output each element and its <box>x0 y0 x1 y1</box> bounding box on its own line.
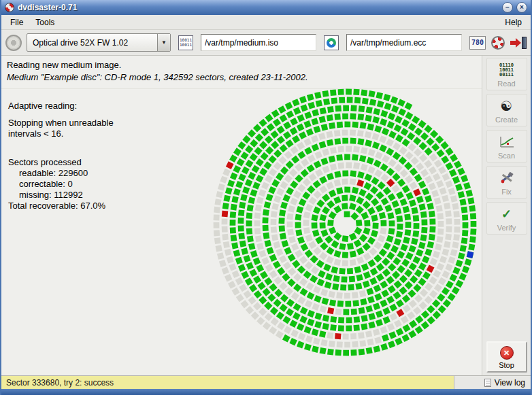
verify-label: Verify <box>497 224 516 232</box>
menu-help[interactable]: Help <box>499 16 528 29</box>
spacer <box>8 139 114 157</box>
stop-label: Stop <box>499 361 514 369</box>
scan-chart-icon <box>499 134 515 150</box>
ecc-disc-icon <box>327 38 336 48</box>
window-title: dvdisaster-0.71 <box>18 3 77 12</box>
verify-button[interactable]: ✓ Verify <box>486 202 527 235</box>
view-log-button[interactable]: View log <box>454 376 531 389</box>
close-button[interactable]: × <box>516 2 527 13</box>
fix-label: Fix <box>501 188 512 196</box>
app-window: dvdisaster-0.71 − × File Tools Help Opti… <box>0 0 532 395</box>
toolbar-right-icons: 780 <box>469 36 527 50</box>
stop-icon: ✕ <box>500 346 514 360</box>
quit-arrow-shaft <box>510 41 516 45</box>
view-log-label: View log <box>495 378 525 388</box>
medium-description: Medium "Example disc": CD-R mode 1, 3425… <box>7 72 476 82</box>
read-label: Read <box>497 80 515 88</box>
toolbar: Optical drive 52X FW 1.02 ▼ 10011 10011 … <box>1 30 531 56</box>
create-button[interactable]: ☯ Create <box>486 94 527 126</box>
menubar: File Tools Help <box>1 15 531 30</box>
adaptive-title: Adaptive reading: <box>8 101 114 111</box>
checkmark-icon: ✓ <box>501 208 512 220</box>
ecc-file-icon <box>324 35 339 50</box>
action-sidebar: 01110 10011 00111 Read ☯ Create <box>482 56 531 375</box>
ecc-file-button[interactable] <box>321 33 342 53</box>
read-binary-icon: 01110 10011 00111 <box>499 62 514 78</box>
window-body: Reading new medium image. Medium "Exampl… <box>1 56 531 375</box>
read-bits-3: 00111 <box>499 73 514 78</box>
create-label: Create <box>495 116 518 124</box>
drive-icon[interactable] <box>5 35 22 51</box>
iso-path-input[interactable] <box>201 34 316 51</box>
status-message: Sector 333680, try 2: success <box>1 376 454 389</box>
quit-door <box>522 37 527 49</box>
sectors-title: Sectors processed <box>8 157 114 168</box>
ecc-path-input[interactable] <box>346 34 462 51</box>
scan-label: Scan <box>498 152 515 160</box>
stop-x-glyph: ✕ <box>503 349 510 357</box>
stopping-line2: intervals < 16. <box>8 128 114 139</box>
scan-button[interactable]: Scan <box>486 130 527 162</box>
reading-stats: Adaptive reading: Stopping when unreadab… <box>8 101 114 211</box>
fix-button[interactable]: Fix <box>486 166 527 199</box>
status-headline: Reading new medium image. <box>7 60 476 70</box>
sector-spiral-visualization <box>211 88 482 360</box>
menu-file[interactable]: File <box>4 16 29 29</box>
main-area: Reading new medium image. Medium "Exampl… <box>1 56 482 375</box>
sectors-correctable: correctable: 0 <box>8 179 114 190</box>
spacer <box>8 111 114 118</box>
yinyang-icon: ☯ <box>501 99 513 113</box>
chevron-down-icon[interactable]: ▼ <box>157 34 170 51</box>
titlebar: dvdisaster-0.71 − × <box>1 0 531 15</box>
image-file-icon-bits2: 10011 <box>180 43 192 47</box>
log-file-icon <box>484 379 491 387</box>
sectors-missing: missing: 112992 <box>8 190 114 201</box>
statusbar: Sector 333680, try 2: success View log <box>1 375 531 389</box>
stop-button[interactable]: ✕ Stop <box>486 341 527 373</box>
sectors-readable: readable: 229600 <box>8 168 114 179</box>
quit-icon[interactable] <box>510 37 527 49</box>
preferences-icon[interactable]: 780 <box>469 36 486 50</box>
quit-arrow-head <box>516 38 521 48</box>
total-recoverable: Total recoverable: 67.0% <box>8 201 114 211</box>
read-button[interactable]: 01110 10011 00111 Read <box>486 58 527 90</box>
image-file-button[interactable]: 10011 10011 <box>176 33 196 53</box>
info-block: Reading new medium image. Medium "Exampl… <box>1 56 482 89</box>
stopping-line1: Stopping when unreadable <box>8 118 114 128</box>
help-lifering-icon[interactable] <box>491 36 505 50</box>
minimize-button[interactable]: − <box>502 2 513 13</box>
drive-select[interactable]: Optical drive 52X FW 1.02 ▼ <box>27 33 171 52</box>
menu-tools[interactable]: Tools <box>29 16 61 29</box>
drive-select-value: Optical drive 52X FW 1.02 <box>27 34 157 51</box>
app-icon <box>5 3 14 12</box>
window-bottom-border <box>1 389 531 395</box>
tools-icon <box>499 170 515 186</box>
image-file-icon: 10011 10011 <box>178 35 193 50</box>
